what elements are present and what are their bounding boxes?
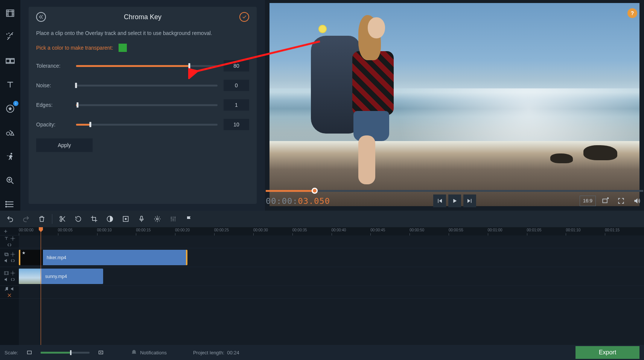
svg-rect-12 [603, 199, 607, 203]
slider-label: Edges: [36, 102, 70, 108]
ruler-tick: 00:00:25 [214, 228, 229, 232]
volume-button[interactable] [630, 194, 643, 207]
project-length: Project length: 00:24 [193, 350, 239, 355]
slider-value[interactable]: 80 [224, 60, 249, 71]
delete-button[interactable] [35, 213, 48, 225]
tool-more[interactable] [3, 198, 18, 211]
clip-label: sunny.mp4 [45, 274, 67, 279]
svg-point-19 [157, 218, 158, 220]
undo-button[interactable] [4, 213, 17, 225]
ruler-tick: 00:00:20 [175, 228, 190, 232]
tool-callouts[interactable] [3, 126, 18, 139]
overlay-track-head[interactable] [0, 248, 19, 267]
ruler-tick: 00:00:35 [292, 228, 307, 232]
rotate-button[interactable] [72, 213, 85, 225]
play-button[interactable] [448, 194, 461, 207]
tool-transitions[interactable] [3, 55, 18, 67]
color-swatch[interactable] [119, 44, 127, 52]
scale-full-button[interactable] [97, 349, 105, 356]
video-track[interactable]: sunny.mp4 [19, 267, 644, 286]
ruler-tick: 00:01:05 [527, 228, 542, 232]
slider-value[interactable]: 1 [224, 99, 249, 111]
tool-stickers[interactable]: i [3, 102, 18, 115]
timeline: 00:00:0000:00:0500:00:1000:00:1500:00:20… [0, 227, 644, 345]
svg-point-28 [12, 272, 14, 274]
ruler-tick: 00:00:55 [449, 228, 463, 232]
video-track-head[interactable] [0, 267, 19, 286]
svg-point-9 [6, 202, 6, 202]
export-button[interactable]: Export [575, 346, 639, 359]
svg-rect-27 [4, 272, 8, 275]
rock-shape [583, 145, 617, 160]
clip-thumbnail [19, 269, 41, 284]
title-track[interactable] [19, 235, 644, 248]
detach-preview-button[interactable] [599, 194, 612, 207]
clip-properties-button[interactable] [151, 213, 164, 225]
svg-point-17 [125, 218, 127, 220]
svg-rect-24 [5, 253, 8, 255]
ruler-tick: 00:01:10 [566, 228, 580, 232]
title-track-head[interactable] [0, 235, 19, 248]
aspect-ratio-selector[interactable]: 16:9 [580, 196, 596, 206]
scale-slider[interactable] [41, 352, 90, 354]
fullscreen-button[interactable] [615, 194, 627, 207]
slider-value[interactable]: 0 [224, 80, 249, 91]
slider-label: Noise: [36, 82, 70, 88]
tool-titles[interactable] [3, 79, 18, 91]
clip-sunny-mp4[interactable]: sunny.mp4 [19, 269, 103, 284]
svg-point-26 [12, 254, 14, 255]
record-button[interactable] [119, 213, 132, 225]
badge-icon: i [13, 101, 18, 106]
slider-0[interactable] [76, 65, 218, 67]
prev-frame-button[interactable] [433, 194, 446, 207]
next-frame-button[interactable] [463, 194, 476, 207]
video-preview[interactable] [269, 3, 639, 206]
marker-button[interactable] [183, 213, 195, 225]
chroma-key-panel: Chroma Key Place a clip onto the Overlay… [29, 7, 257, 204]
slider-label: Opacity: [36, 122, 70, 128]
preview-subject [299, 15, 418, 202]
scale-fit-button[interactable] [26, 349, 33, 356]
tool-animation[interactable] [3, 150, 18, 163]
timecode-display: 00:00:03.050 [266, 196, 330, 206]
voiceover-button[interactable] [135, 213, 148, 225]
preview-scrubber[interactable] [266, 190, 643, 192]
timeline-ruler[interactable]: 00:00:0000:00:0500:00:1000:00:1500:00:20… [19, 227, 644, 235]
overlay-track[interactable]: ★hiker.mp4 [19, 248, 644, 267]
redo-button [20, 213, 32, 225]
svg-point-29 [5, 290, 5, 290]
panel-hint: Place a clip onto the Overlay track and … [36, 30, 249, 36]
split-button[interactable] [56, 213, 69, 225]
accept-button[interactable] [239, 12, 249, 22]
ruler-tick: 00:01:15 [605, 228, 620, 232]
audio-track-head[interactable] [0, 286, 19, 299]
help-button[interactable]: ? [627, 8, 637, 18]
slider-label: Tolerance: [36, 63, 70, 69]
slider-value[interactable]: 10 [224, 119, 249, 130]
clip-hiker-mp4[interactable]: ★hiker.mp4 [19, 250, 187, 265]
crop-button[interactable] [88, 213, 100, 225]
tool-media-library[interactable] [3, 7, 18, 20]
svg-rect-31 [27, 351, 32, 354]
audio-track[interactable] [19, 286, 644, 299]
notifications-button[interactable]: Notifications [131, 349, 167, 355]
tool-filters[interactable] [3, 31, 18, 44]
svg-point-1 [7, 34, 7, 34]
back-button[interactable] [36, 12, 46, 22]
scale-label: Scale: [5, 350, 18, 355]
slider-1[interactable] [76, 85, 218, 87]
clip-label: hiker.mp4 [47, 255, 66, 260]
timeline-tracks: ★hiker.mp4 sunny.mp4 [19, 235, 644, 345]
tool-zoom-pan[interactable] [3, 174, 18, 187]
add-track-button[interactable] [0, 227, 19, 235]
color-adjust-button[interactable] [104, 213, 116, 225]
ruler-tick: 00:00:00 [19, 228, 33, 232]
timeline-playhead[interactable] [41, 227, 41, 345]
svg-point-11 [6, 207, 6, 207]
slider-2[interactable] [76, 104, 218, 106]
svg-point-14 [60, 220, 62, 222]
slider-3[interactable] [76, 124, 218, 126]
svg-point-10 [6, 204, 6, 205]
ruler-tick: 00:00:45 [370, 228, 385, 232]
apply-button[interactable]: Apply [36, 138, 93, 152]
